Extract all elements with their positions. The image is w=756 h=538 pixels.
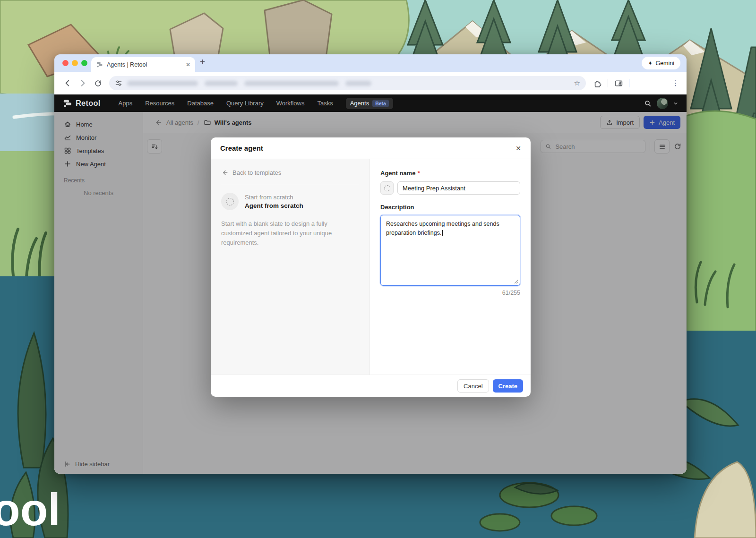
create-button[interactable]: Create xyxy=(493,379,523,393)
browser-tab[interactable]: Agents | Retool ✕ xyxy=(91,57,195,72)
template-category: Start from scratch xyxy=(245,194,303,201)
search-icon[interactable] xyxy=(644,100,652,107)
retool-navbar: Retool Apps Resources Database Query Lib… xyxy=(54,94,687,112)
retool-favicon xyxy=(96,61,103,68)
browser-window: Agents | Retool ✕ + ✦ Gemini xyxy=(54,54,687,474)
forward-icon[interactable] xyxy=(77,78,88,88)
beta-badge: Beta xyxy=(372,100,389,107)
template-description: Start with a blank slate to design a ful… xyxy=(221,219,359,248)
browser-menu-icon[interactable]: ⋮ xyxy=(672,79,679,87)
wallpaper-logo-text: ool xyxy=(0,484,60,535)
modal-left-pane: Back to templates Start from scratch Age… xyxy=(211,159,370,375)
maximize-window-button[interactable] xyxy=(81,60,87,66)
nav-item-agents-label: Agents xyxy=(350,100,369,107)
tab-title: Agents | Retool xyxy=(107,61,182,68)
modal-header: Create agent ✕ xyxy=(211,137,531,159)
agent-name-input[interactable] xyxy=(397,181,520,195)
modal-form-pane: Agent name * Description Researches upco… xyxy=(370,159,531,375)
tab-close-icon[interactable]: ✕ xyxy=(186,62,190,68)
description-label: Description xyxy=(380,204,520,211)
scratch-template-icon xyxy=(221,193,239,210)
navbar-items: Apps Resources Database Query Library Wo… xyxy=(119,98,393,109)
nav-item-tasks[interactable]: Tasks xyxy=(317,100,333,107)
chevron-down-icon[interactable] xyxy=(673,101,678,106)
retool-page: Retool Apps Resources Database Query Lib… xyxy=(54,94,687,474)
close-icon[interactable]: ✕ xyxy=(515,145,521,152)
nav-item-agents[interactable]: Agents Beta xyxy=(346,98,393,109)
retool-logo[interactable]: Retool xyxy=(63,99,101,108)
cancel-button[interactable]: Cancel xyxy=(457,379,489,393)
required-asterisk: * xyxy=(418,170,420,177)
nav-item-apps[interactable]: Apps xyxy=(119,100,133,107)
close-window-button[interactable] xyxy=(62,60,69,66)
browser-toolbar: ☆ ⋮ xyxy=(54,72,687,94)
bookmark-star-icon[interactable]: ☆ xyxy=(574,79,580,87)
template-name: Agent from scratch xyxy=(245,202,303,209)
gemini-label: Gemini xyxy=(655,60,674,67)
site-settings-icon[interactable] xyxy=(115,79,122,87)
navbar-right xyxy=(644,98,678,109)
gemini-spark-icon: ✦ xyxy=(648,60,653,67)
blurred-url-text xyxy=(127,81,371,86)
toolbar-divider xyxy=(608,79,608,87)
modal-title: Create agent xyxy=(220,144,263,152)
side-panel-search-icon[interactable] xyxy=(613,78,624,88)
agent-name-label: Agent name xyxy=(380,170,415,177)
url-bar[interactable]: ☆ xyxy=(109,76,586,90)
desktop: ool Agents | Retool ✕ + ✦ Gemini xyxy=(0,0,756,538)
back-to-templates-label: Back to templates xyxy=(232,169,281,176)
agent-avatar-button[interactable] xyxy=(380,181,394,195)
reload-icon[interactable] xyxy=(93,78,103,88)
tab-strip: Agents | Retool ✕ + ✦ Gemini xyxy=(54,54,687,72)
new-tab-button[interactable]: + xyxy=(200,57,205,67)
nav-item-workflows[interactable]: Workflows xyxy=(276,100,305,107)
minimize-window-button[interactable] xyxy=(72,60,78,66)
nav-item-resources[interactable]: Resources xyxy=(145,100,174,107)
retool-logo-icon xyxy=(63,99,72,108)
user-avatar[interactable] xyxy=(657,98,668,109)
description-textarea[interactable]: Researches upcoming meetings and sends p… xyxy=(380,215,520,286)
back-to-templates-link[interactable]: Back to templates xyxy=(221,169,359,176)
modal-body: Back to templates Start from scratch Age… xyxy=(211,159,531,375)
toolbar-divider xyxy=(629,79,629,87)
resize-handle-icon[interactable] xyxy=(514,280,518,284)
nav-item-query-library[interactable]: Query Library xyxy=(226,100,264,107)
create-agent-modal: Create agent ✕ Back to templates xyxy=(211,137,531,397)
nav-item-database[interactable]: Database xyxy=(187,100,214,107)
template-card[interactable]: Start from scratch Agent from scratch xyxy=(221,193,359,210)
back-arrow-icon xyxy=(221,169,228,176)
brand-name: Retool xyxy=(76,99,101,108)
extensions-icon[interactable] xyxy=(592,78,602,88)
text-cursor xyxy=(442,230,443,236)
char-counter: 61/255 xyxy=(380,290,520,296)
agent-name-row xyxy=(380,181,520,195)
gemini-button[interactable]: ✦ Gemini xyxy=(642,57,680,69)
back-icon[interactable] xyxy=(62,78,73,88)
modal-footer: Cancel Create xyxy=(211,375,531,397)
divider xyxy=(221,184,359,184)
